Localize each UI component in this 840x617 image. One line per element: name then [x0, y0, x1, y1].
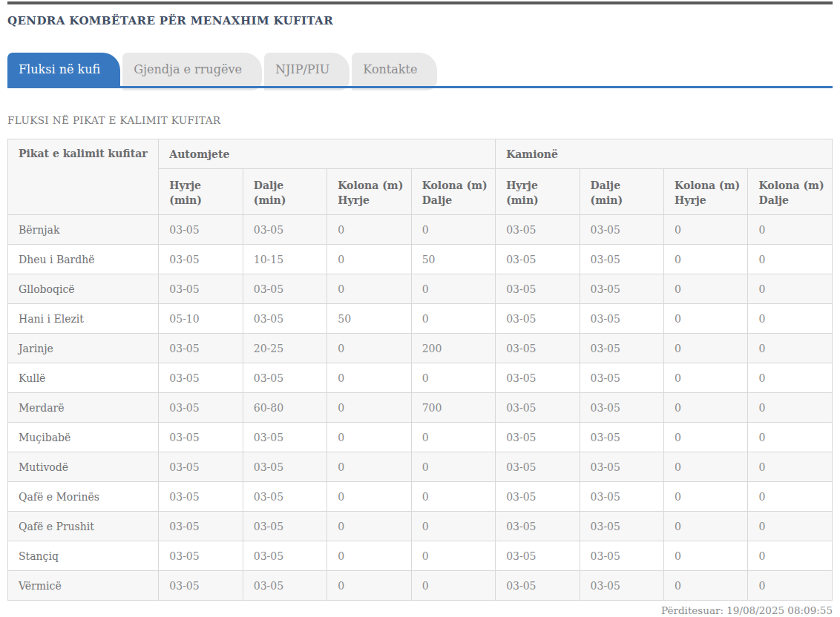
automjete-value-cell: 0: [327, 423, 411, 452]
page-title: QENDRA KOMBËTARE PËR MENAXHIM KUFITAR: [7, 14, 833, 27]
table-row: Bërnjak03-0503-050003-0503-0500: [8, 215, 833, 245]
tab-njip-piu[interactable]: NJIP/PIU: [264, 53, 350, 90]
table-row: Jarinje03-0520-25020003-0503-0500: [8, 334, 833, 363]
automjete-value-cell: 03-05: [159, 452, 243, 482]
kamione-value-cell: 03-05: [580, 393, 663, 423]
kamione-value-cell: 03-05: [496, 571, 580, 601]
automjete-value-cell: 03-05: [159, 245, 243, 274]
automjete-value-cell: 03-05: [243, 363, 327, 393]
automjete-value-cell: 03-05: [243, 215, 327, 245]
table-row: Qafë e Morinës03-0503-050003-0503-0500: [8, 482, 833, 512]
automjete-value-cell: 0: [327, 215, 411, 245]
subheader-auto-hyrje: Hyrje (min): [159, 169, 243, 215]
kamione-value-cell: 0: [664, 274, 748, 304]
table-row: Hani i Elezit05-1003-0550003-0503-0500: [8, 304, 833, 334]
table-row: Stançiq03-0503-050003-0503-0500: [8, 541, 833, 571]
table-row: Muçibabë03-0503-050003-0503-0500: [8, 423, 833, 452]
automjete-value-cell: 0: [411, 571, 495, 601]
automjete-value-cell: 03-05: [159, 334, 243, 363]
last-updated-timestamp: Përditesuar: 19/08/2025 08:09:55: [7, 604, 833, 617]
automjete-value-cell: 03-05: [159, 274, 243, 304]
automjete-value-cell: 0: [327, 452, 411, 482]
kamione-value-cell: 03-05: [580, 512, 663, 541]
kamione-value-cell: 0: [664, 541, 748, 571]
crossing-point-name: Dheu i Bardhë: [8, 245, 159, 274]
table-row: Merdarë03-0560-80070003-0503-0500: [8, 393, 833, 423]
page-container: QENDRA KOMBËTARE PËR MENAXHIM KUFITAR Fl…: [0, 1, 840, 617]
automjete-value-cell: 0: [327, 245, 411, 274]
kamione-value-cell: 03-05: [496, 363, 580, 393]
crossing-point-name: Jarinje: [8, 334, 159, 363]
tab-fluksi-n-kufi[interactable]: Fluksi në kufi: [7, 53, 120, 86]
automjete-value-cell: 200: [411, 334, 495, 363]
kamione-value-cell: 0: [748, 571, 833, 601]
kamione-value-cell: 03-05: [496, 512, 580, 541]
kamione-value-cell: 0: [664, 215, 748, 245]
kamione-value-cell: 03-05: [580, 423, 663, 452]
automjete-value-cell: 20-25: [243, 334, 327, 363]
kamione-value-cell: 0: [664, 245, 748, 274]
automjete-value-cell: 03-05: [159, 541, 243, 571]
automjete-value-cell: 03-05: [243, 423, 327, 452]
crossing-point-name: Mutivodë: [8, 452, 159, 482]
kamione-value-cell: 0: [664, 452, 748, 482]
crossing-point-name: Bërnjak: [8, 215, 159, 245]
tab-gjendja-e-rrug-ve[interactable]: Gjendja e rrugëve: [122, 53, 262, 90]
automjete-value-cell: 0: [327, 393, 411, 423]
crossing-point-name: Glloboqicë: [8, 274, 159, 304]
kamione-value-cell: 0: [748, 512, 833, 541]
automjete-value-cell: 0: [327, 541, 411, 571]
kamione-value-cell: 03-05: [580, 541, 663, 571]
automjete-value-cell: 700: [411, 393, 495, 423]
kamione-value-cell: 03-05: [496, 245, 580, 274]
automjete-value-cell: 0: [327, 512, 411, 541]
tab-accent-line: [7, 86, 833, 88]
table-row: Mutivodë03-0503-050003-0503-0500: [8, 452, 833, 482]
section-title: FLUKSI NË PIKAT E KALIMIT KUFITAR: [7, 114, 833, 126]
automjete-value-cell: 10-15: [243, 245, 327, 274]
table-body: Bërnjak03-0503-050003-0503-0500Dheu i Ba…: [8, 215, 833, 601]
kamione-value-cell: 0: [748, 334, 833, 363]
subheader-kam-dalje: Dalje (min): [580, 169, 663, 215]
automjete-value-cell: 60-80: [243, 393, 327, 423]
table-row: Qafë e Prushit03-0503-050003-0503-0500: [8, 512, 833, 541]
kamione-value-cell: 03-05: [496, 304, 580, 334]
tab-kontakte[interactable]: Kontakte: [352, 53, 437, 90]
kamione-value-cell: 0: [748, 482, 833, 512]
crossing-point-name: Qafë e Prushit: [8, 512, 159, 541]
group-header-automjete: Automjete: [159, 139, 496, 169]
automjete-value-cell: 03-05: [243, 452, 327, 482]
kamione-value-cell: 03-05: [580, 274, 663, 304]
table-row: Dheu i Bardhë03-0510-1505003-0503-0500: [8, 245, 833, 274]
kamione-value-cell: 03-05: [580, 363, 663, 393]
kamione-value-cell: 0: [664, 334, 748, 363]
crossing-point-name: Muçibabë: [8, 423, 159, 452]
column-header-crossing-points: Pikat e kalimit kufitar: [8, 139, 159, 215]
automjete-value-cell: 03-05: [243, 571, 327, 601]
kamione-value-cell: 0: [748, 304, 833, 334]
kamione-value-cell: 0: [748, 245, 833, 274]
automjete-value-cell: 03-05: [159, 393, 243, 423]
automjete-value-cell: 03-05: [159, 482, 243, 512]
automjete-value-cell: 03-05: [243, 541, 327, 571]
table-row: Vërmicë03-0503-050003-0503-0500: [8, 571, 833, 601]
subheader-kam-kolona-hyrje: Kolona (m) Hyrje: [664, 169, 748, 215]
border-crossings-table: Pikat e kalimit kufitar Automjete Kamion…: [7, 139, 833, 601]
kamione-value-cell: 03-05: [580, 304, 663, 334]
automjete-value-cell: 03-05: [243, 482, 327, 512]
kamione-value-cell: 0: [748, 541, 833, 571]
automjete-value-cell: 0: [411, 215, 495, 245]
kamione-value-cell: 03-05: [580, 245, 663, 274]
automjete-value-cell: 03-05: [243, 274, 327, 304]
automjete-value-cell: 50: [327, 304, 411, 334]
kamione-value-cell: 0: [748, 423, 833, 452]
automjete-value-cell: 0: [411, 452, 495, 482]
kamione-value-cell: 0: [748, 363, 833, 393]
kamione-value-cell: 0: [748, 274, 833, 304]
kamione-value-cell: 03-05: [580, 571, 663, 601]
kamione-value-cell: 03-05: [496, 482, 580, 512]
top-divider-bar: [7, 1, 833, 4]
automjete-value-cell: 05-10: [159, 304, 243, 334]
kamione-value-cell: 03-05: [580, 334, 663, 363]
automjete-value-cell: 0: [411, 541, 495, 571]
